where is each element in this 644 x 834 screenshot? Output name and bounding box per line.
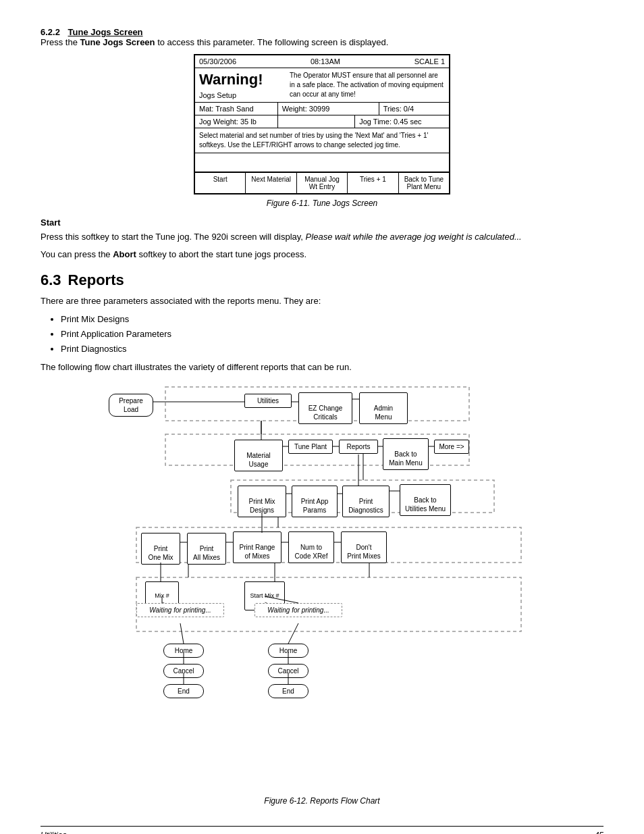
fc-reports: Reports	[339, 440, 378, 454]
section-63: 6.3 Reports There are three parameters a…	[41, 271, 603, 806]
reports-bullet-list: Print Mix Designs Print Application Para…	[61, 312, 603, 357]
fc-utilities: Utilities	[244, 394, 292, 408]
section-622: 6.2.2 Tune Jogs Screen Press the Tune Jo…	[41, 27, 603, 261]
screen-warning-row: Warning! Jogs Setup The Operator MUST en…	[195, 68, 449, 103]
fc-waiting1: Waiting for printing...	[136, 603, 224, 617]
start-subsection: Start Press this softkey to start the Tu…	[41, 217, 603, 261]
screen-scale: SCALE 1	[414, 57, 445, 66]
screen-tries: Tries: 0/4	[379, 103, 449, 115]
section-63-num: 6.3	[41, 271, 61, 289]
section-63-title: Reports	[68, 271, 124, 289]
start-text2: You can press the Abort softkey to abort…	[41, 248, 603, 261]
screen-time: 08:13AM	[311, 57, 340, 66]
fc-ez-change: EZ Change Criticals	[298, 392, 352, 424]
section-622-num: 6.2.2	[41, 27, 60, 37]
start-text1: Press this softkey to start the Tune jog…	[41, 230, 603, 244]
flowchart: Prepare Load Utilities EZ Change Critica…	[99, 380, 545, 792]
figure-12-caption: Figure 6-12. Reports Flow Chart	[41, 796, 603, 806]
softkey-tries-plus[interactable]: Tries + 1	[348, 173, 398, 193]
page-footer: Utilities 45	[41, 826, 603, 834]
tune-jogs-screen: 05/30/2006 08:13AM SCALE 1 Warning! Jogs…	[194, 54, 450, 194]
fc-end1: End	[163, 684, 204, 698]
start-title: Start	[41, 217, 603, 228]
footer-left: Utilities	[41, 831, 67, 834]
fc-more: More =>	[434, 440, 469, 454]
start-italic: Please wait while the average jog weight…	[306, 232, 522, 242]
softkey-next-material[interactable]: Next Material	[246, 173, 296, 193]
bullet-print-diag: Print Diagnostics	[61, 342, 603, 357]
fc-print-all-mixes: Print All Mixes	[187, 533, 226, 565]
section-63-flow-intro: The following flow chart illustrates the…	[41, 361, 603, 374]
softkey-back-tune[interactable]: Back to Tune Plant Menu	[399, 173, 449, 193]
screen-weight: Weight: 30999	[278, 103, 379, 115]
fc-waiting2: Waiting for printing...	[254, 603, 342, 617]
fc-print-diagnostics: Print Diagnostics	[342, 486, 390, 517]
section-63-intro: There are three parameters associated wi…	[41, 294, 603, 308]
screen-softkeys: Start Next Material Manual Jog Wt Entry …	[195, 172, 449, 193]
screen-jog-blank	[278, 115, 355, 128]
screen-warning-title: Warning!	[199, 71, 287, 88]
screen-mat-row: Mat: Trash Sand Weight: 30999 Tries: 0/4	[195, 103, 449, 115]
fc-print-one-mix: Print One Mix	[141, 533, 180, 565]
screen-jog-row: Jog Weight: 35 lb Jog Time: 0.45 sec	[195, 115, 449, 128]
screen-date: 05/30/2006	[199, 57, 236, 66]
softkey-start[interactable]: Start	[195, 173, 246, 193]
fc-tune-plant: Tune Plant	[288, 440, 333, 454]
fc-home1: Home	[163, 644, 204, 658]
bullet-print-app: Print Application Parameters	[61, 327, 603, 342]
tune-jogs-screen-figure: 05/30/2006 08:13AM SCALE 1 Warning! Jogs…	[41, 54, 603, 194]
fc-num-to-code: Num to Code XRef	[288, 531, 334, 563]
fc-print-range: Print Range of Mixes	[233, 531, 281, 563]
fc-home2: Home	[268, 644, 308, 658]
screen-blank-area	[195, 153, 449, 172]
section-622-heading: 6.2.2 Tune Jogs Screen	[41, 27, 603, 37]
screen-header: 05/30/2006 08:13AM SCALE 1	[195, 55, 449, 68]
fc-end2: End	[268, 684, 308, 698]
fc-back-utilities: Back to Utilities Menu	[400, 484, 451, 516]
svg-line-33	[288, 623, 298, 644]
fc-dont-print: Don't Print Mixes	[341, 531, 387, 563]
footer-right: 45	[595, 831, 603, 834]
fc-cancel2: Cancel	[268, 664, 308, 678]
bullet-print-mix: Print Mix Designs	[61, 312, 603, 327]
fc-print-mix-designs: Print Mix Designs	[238, 486, 286, 517]
screen-jog-time: Jog Time: 0.45 sec	[355, 115, 449, 128]
section-622-intro: Press the Tune Jogs Screen to access thi…	[41, 37, 603, 47]
screen-info-text: Select material and set number of tries …	[195, 128, 449, 153]
fc-cancel1: Cancel	[163, 664, 204, 678]
fc-prepare-load: Prepare Load	[109, 394, 153, 417]
section-63-heading: 6.3 Reports	[41, 271, 603, 289]
figure-11-caption: Figure 6-11. Tune Jogs Screen	[41, 199, 603, 208]
screen-jog-weight: Jog Weight: 35 lb	[195, 115, 278, 128]
softkey-manual-jog[interactable]: Manual Jog Wt Entry	[297, 173, 348, 193]
fc-admin-menu: Admin Menu	[359, 392, 408, 424]
svg-line-32	[180, 623, 184, 644]
fc-material-usage: Material Usage	[234, 440, 283, 471]
fc-back-main: Back to Main Menu	[383, 438, 429, 470]
screen-warning-text: The Operator MUST ensure that all person…	[287, 71, 445, 99]
reports-flowchart-figure: Prepare Load Utilities EZ Change Critica…	[41, 380, 603, 792]
screen-mat: Mat: Trash Sand	[195, 103, 278, 115]
section-622-title: Tune Jogs Screen	[68, 27, 143, 37]
fc-print-app-params: Print App Params	[292, 486, 338, 517]
screen-jogs-setup: Jogs Setup	[199, 91, 287, 99]
